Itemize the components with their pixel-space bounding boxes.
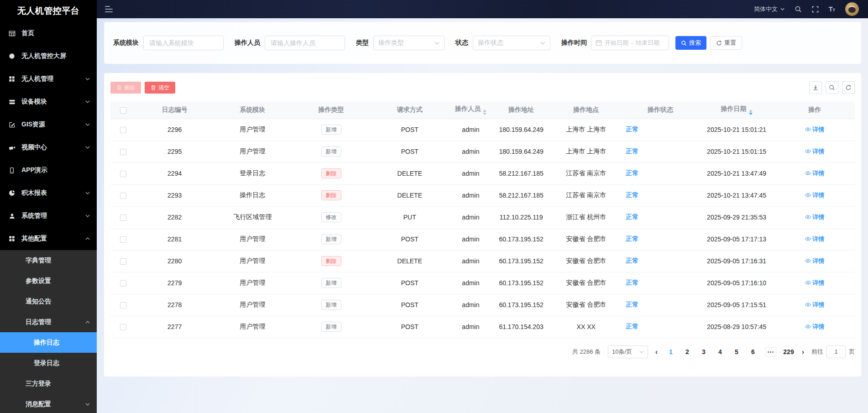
detail-link[interactable]: 详情 (805, 235, 824, 243)
sidebar-item-label: 日志管理 (26, 318, 51, 326)
page-button-2[interactable]: 2 (681, 348, 693, 355)
font-size-icon[interactable]: TT (829, 5, 835, 13)
action-cell: 详情 (775, 162, 855, 184)
row-checkbox[interactable] (120, 214, 126, 221)
row-checkbox[interactable] (120, 193, 126, 199)
sidebar-item-日志管理[interactable]: 日志管理 (0, 312, 97, 332)
sidebar-item-参数设置[interactable]: 参数设置 (0, 271, 97, 291)
goto-page-input[interactable] (826, 345, 846, 358)
detail-link[interactable]: 详情 (805, 323, 824, 331)
address-cell: 61.170.154.203 (492, 316, 550, 338)
filter-bar: 系统模块 操作人员 类型 操作类型 状态 操作状态 (104, 22, 861, 64)
row-checkbox[interactable] (120, 302, 126, 308)
search-button[interactable]: 搜索 (675, 36, 706, 50)
clear-button[interactable]: 清空 (145, 82, 175, 94)
detail-link[interactable]: 详情 (805, 169, 824, 178)
sidebar-item-GIS资源[interactable]: GIS资源 (0, 113, 97, 136)
sort-carets-icon[interactable] (483, 110, 486, 115)
row-checkbox[interactable] (120, 127, 126, 133)
sidebar-item-系统管理[interactable]: 系统管理 (0, 204, 97, 227)
download-icon[interactable] (809, 81, 822, 94)
module-cell: 用户管理 (213, 294, 292, 316)
page-button-3[interactable]: 3 (698, 348, 710, 355)
page-button-1[interactable]: 1 (665, 348, 677, 355)
location-cell: 上海市 上海市 (550, 119, 622, 141)
status-cell: 正常 (622, 119, 698, 141)
sidebar-item-其他配置[interactable]: 其他配置 (0, 227, 97, 250)
sidebar-item-消息配置[interactable]: 消息配置 (0, 394, 97, 413)
page-size-select[interactable]: 10条/页 (608, 345, 648, 358)
sidebar-item-通知公告[interactable]: 通知公告 (0, 291, 97, 312)
language-selector[interactable]: 简体中文 (754, 5, 784, 13)
table-row: 2278用户管理新增POSTadmin60.173.195.152安徽省 合肥市… (110, 294, 855, 316)
detail-link[interactable]: 详情 (805, 191, 824, 199)
status-cell: 正常 (622, 316, 698, 338)
column-header-date[interactable]: 操作日期 (699, 101, 775, 119)
column-header-operator[interactable]: 操作人员 (449, 101, 492, 119)
sidebar-item-首页[interactable]: 首页 (0, 22, 97, 45)
page-button-6[interactable]: 6 (747, 348, 759, 355)
page-button-4[interactable]: 4 (714, 348, 726, 355)
checkbox-cell (110, 184, 136, 206)
address-cell: 60.173.195.152 (492, 272, 550, 294)
select-all-checkbox[interactable] (120, 107, 126, 114)
method-cell: POST (371, 294, 449, 316)
detail-link[interactable]: 详情 (805, 125, 824, 134)
operation-type-select[interactable]: 操作类型 (373, 36, 444, 50)
module-cell: 登录日志 (213, 162, 292, 184)
pagination-total: 共 2286 条 (572, 348, 601, 356)
status-cell: 正常 (622, 272, 698, 294)
row-checkbox[interactable] (120, 280, 126, 287)
prev-page-button[interactable]: ‹ (654, 348, 659, 355)
operation-status-select[interactable]: 操作状态 (473, 36, 550, 50)
column-header-status: 操作状态 (622, 101, 698, 119)
row-checkbox[interactable] (120, 171, 126, 177)
last-page-button[interactable]: 229 (783, 348, 795, 355)
sidebar-item-无人机管控大屏[interactable]: 无人机管控大屏 (0, 45, 97, 68)
status-text: 正常 (626, 191, 638, 199)
detail-link[interactable]: 详情 (805, 301, 824, 309)
checkbox-cell (110, 316, 136, 338)
operator-input[interactable] (265, 36, 345, 50)
detail-link[interactable]: 详情 (805, 257, 824, 265)
row-checkbox[interactable] (120, 236, 126, 243)
detail-link[interactable]: 详情 (805, 213, 824, 221)
sidebar-item-登录日志[interactable]: 登录日志 (0, 353, 97, 373)
status-cell: 正常 (622, 250, 698, 272)
table-search-icon[interactable] (826, 81, 838, 94)
detail-link[interactable]: 详情 (805, 147, 824, 156)
sidebar-item-APP演示[interactable]: APP演示 (0, 159, 97, 182)
sidebar-item-设备模块[interactable]: 设备模块 (0, 90, 97, 113)
module-cell: 用户管理 (213, 272, 292, 294)
sidebar-item-积木报表[interactable]: 积木报表 (0, 182, 97, 204)
sort-carets-icon[interactable] (749, 110, 753, 115)
search-icon (681, 40, 687, 46)
date-range-picker[interactable]: 开始日期 - 结束日期 (591, 36, 669, 50)
sidebar-item-无人机管理[interactable]: 无人机管理 (0, 68, 97, 90)
hamburger-menu-icon[interactable] (103, 4, 115, 14)
page-button-5[interactable]: 5 (731, 348, 743, 355)
row-checkbox[interactable] (120, 149, 126, 155)
more-pages-button[interactable]: ••• (765, 347, 776, 357)
fullscreen-icon[interactable] (812, 6, 819, 13)
delete-button[interactable]: 删除 (110, 82, 141, 94)
filter-date: 操作时间 开始日期 - 结束日期 (561, 36, 669, 50)
next-page-button[interactable]: › (801, 348, 805, 355)
operation-type-tag: 修改 (321, 212, 341, 222)
status-cell: 正常 (622, 206, 698, 228)
table-refresh-icon[interactable] (842, 81, 855, 94)
system-module-input[interactable] (143, 36, 224, 50)
detail-link[interactable]: 详情 (805, 279, 824, 287)
row-checkbox[interactable] (120, 324, 126, 330)
row-checkbox[interactable] (120, 258, 126, 265)
location-cell: 安徽省 合肥市 (550, 294, 622, 316)
reset-button[interactable]: 重置 (710, 36, 742, 50)
sidebar-item-三方登录[interactable]: 三方登录 (0, 373, 97, 394)
sidebar-item-操作日志[interactable]: 操作日志 (0, 332, 97, 353)
sidebar-item-字典管理[interactable]: 字典管理 (0, 250, 97, 271)
header-search-icon[interactable] (795, 5, 802, 13)
sidebar-item-视频中心[interactable]: 视频中心 (0, 136, 97, 159)
operator-cell: admin (449, 294, 492, 316)
goto-page: 前往 页 (811, 345, 855, 358)
user-avatar[interactable] (845, 2, 859, 16)
